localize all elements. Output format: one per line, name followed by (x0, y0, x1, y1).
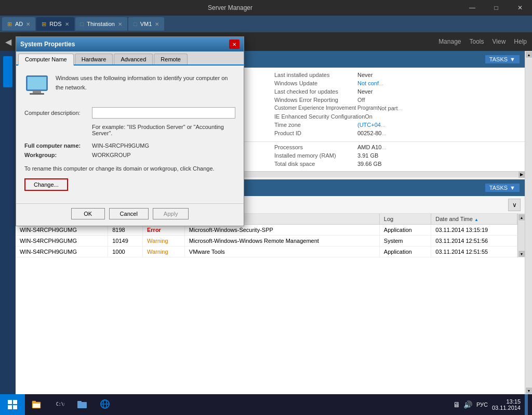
svg-rect-5 (13, 400, 17, 404)
dialog-info-row: Windows uses the following information t… (24, 74, 235, 99)
sm-menu: Manage Tools View Help (438, 38, 527, 45)
dialog-example-text: For example: "IIS Production Server" or … (92, 124, 235, 136)
scroll-up-main[interactable]: ▲ (526, 51, 532, 58)
scroll-up-btn[interactable]: ▲ (518, 214, 525, 221)
close-button[interactable]: ✕ (508, 0, 532, 16)
view-menu[interactable]: View (493, 38, 506, 45)
dialog-title: System Properties (20, 41, 229, 48)
taskbar-time-text: 13:15 (492, 398, 521, 405)
manage-menu[interactable]: Manage (438, 38, 461, 45)
ie-icon (100, 399, 110, 409)
svg-text:C:\>: C:\> (56, 402, 64, 407)
scroll-track (518, 221, 525, 250)
scroll-right-btn[interactable]: ▶ (518, 172, 525, 178)
fullname-label: Full computer name: (24, 142, 92, 149)
main-scrollbar[interactable]: ▲ ▼ (525, 51, 532, 394)
taskbar-system-icons: 🖥 🔊 (453, 400, 472, 409)
taskbar-app-ie[interactable] (94, 394, 116, 415)
file-explorer-icon (31, 399, 42, 409)
cell-log: Application (379, 225, 431, 236)
cell-datetime: 03.11.2014 12:51:55 (431, 247, 517, 257)
cmd-icon: C:\> (54, 399, 64, 409)
system-properties-dialog: System Properties ✕ Computer Name Hardwa… (16, 36, 244, 226)
prop-disk: Total disk space 39.66 GB (274, 160, 520, 168)
ok-button[interactable]: OK (71, 208, 105, 219)
prop-last-updates: Last installed updates Never (274, 71, 520, 79)
col-datetime[interactable]: Date and Time ▲ (431, 214, 517, 225)
cancel-button[interactable]: Cancel (109, 208, 149, 219)
svg-rect-2 (33, 90, 41, 93)
dialog-tab-hardware[interactable]: Hardware (75, 54, 113, 64)
scroll-down-main[interactable]: ▼ (526, 387, 532, 394)
dialog-tabs: Computer Name Hardware Advanced Remote (16, 51, 244, 66)
prop-error-reporting: Windows Error Reporting Off (274, 96, 520, 104)
tab-vm1[interactable]: □ VM1 ✕ (128, 17, 164, 31)
dialog-body: Windows uses the following information t… (16, 66, 244, 199)
events-collapse-button[interactable]: ∨ (508, 199, 521, 211)
taskbar: C:\> 🖥 🔊 РУС 13:15 03.11.2014 (0, 394, 532, 415)
dialog-tab-remote[interactable]: Remote (154, 54, 188, 64)
svg-rect-7 (13, 405, 17, 409)
windows-logo-icon (7, 399, 18, 410)
dialog-tab-advanced[interactable]: Advanced (114, 54, 153, 64)
prop-ram: Installed memory (RAM) 3.91 GB (274, 151, 520, 160)
svg-rect-10 (33, 404, 40, 408)
dialog-title-bar: System Properties ✕ (16, 37, 244, 51)
apply-button[interactable]: Apply (153, 208, 189, 219)
scroll-down-btn[interactable]: ▼ (518, 251, 525, 257)
svg-rect-1 (28, 77, 46, 89)
tab-close-rds[interactable]: ✕ (65, 21, 69, 27)
language-indicator[interactable]: РУС (476, 401, 488, 408)
maximize-button[interactable]: □ (484, 0, 508, 16)
events-scrollbar[interactable]: ▲ ▼ (517, 214, 525, 257)
taskbar-app-explorer[interactable] (25, 394, 48, 415)
dialog-fullname-row: Full computer name: WIN-S4RCPH9GUMG (24, 142, 235, 149)
cell-datetime: 03.11.2014 12:51:56 (431, 236, 517, 247)
title-bar: Server Manager — □ ✕ (0, 0, 532, 16)
computer-desc-label: Computer description: (24, 110, 92, 116)
dialog-overlay: System Properties ✕ Computer Name Hardwa… (0, 32, 239, 329)
svg-rect-14 (77, 401, 82, 403)
start-button[interactable] (0, 394, 25, 415)
tab-close-thinstation[interactable]: ✕ (118, 21, 122, 27)
show-desktop-button[interactable] (525, 394, 528, 415)
dialog-info-text: Windows uses the following information t… (56, 74, 235, 92)
help-menu[interactable]: Help (514, 38, 527, 45)
fullname-value: WIN-S4RCPH9GUMG (92, 142, 149, 149)
dialog-close-button[interactable]: ✕ (229, 40, 240, 49)
window-title: Server Manager (0, 4, 460, 11)
workgroup-value: WORKGROUP (92, 152, 131, 158)
taskbar-right: 🖥 🔊 РУС 13:15 03.11.2014 (453, 394, 532, 415)
prop-ie-security: IE Enhanced Security Configuration On (274, 112, 520, 121)
tab-thinstation[interactable]: □ Thinstation ✕ (75, 17, 127, 31)
taskbar-app-cmd[interactable]: C:\> (48, 394, 71, 415)
taskbar-apps: C:\> (25, 394, 116, 415)
taskbar-clock: 13:15 03.11.2014 (492, 398, 521, 411)
svg-rect-4 (8, 400, 12, 404)
col-log[interactable]: Log (379, 214, 431, 225)
dialog-tab-computername[interactable]: Computer Name (18, 54, 74, 66)
tab-close-ad[interactable]: ✕ (26, 21, 30, 27)
computer-icon (24, 74, 49, 99)
dialog-computer-desc-row: Computer description: (24, 107, 235, 119)
change-button[interactable]: Change... (24, 178, 68, 191)
window-controls: — □ ✕ (460, 0, 532, 16)
tools-menu[interactable]: Tools (470, 38, 484, 45)
prop-last-checked: Last checked for updates Never (274, 87, 520, 96)
minimize-button[interactable]: — (460, 0, 484, 16)
taskbar-date-text: 03.11.2014 (492, 405, 521, 411)
volume-icon: 🔊 (463, 400, 472, 409)
svg-rect-9 (32, 401, 36, 403)
tab-ad[interactable]: ⊞ AD ✕ (2, 17, 35, 31)
dialog-rename-text: To rename this computer or change its do… (24, 164, 235, 173)
dialog-workgroup-row: Workgroup: WORKGROUP (24, 152, 235, 158)
tab-close-vm1[interactable]: ✕ (155, 21, 159, 27)
tab-rds[interactable]: ⊞ RDS ✕ (36, 17, 74, 31)
events-tasks-button[interactable]: TASKS ▼ (485, 184, 520, 192)
dialog-footer: OK Cancel Apply (16, 203, 244, 226)
tab-bar: ⊞ AD ✕ ⊞ RDS ✕ □ Thinstation ✕ □ VM1 ✕ (0, 16, 532, 32)
computer-desc-input[interactable] (92, 107, 235, 119)
properties-tasks-button[interactable]: TASKS ▼ (485, 55, 520, 63)
prop-timezone: Time zone (UTC+04... (274, 121, 520, 129)
taskbar-app-folder[interactable] (71, 394, 94, 415)
